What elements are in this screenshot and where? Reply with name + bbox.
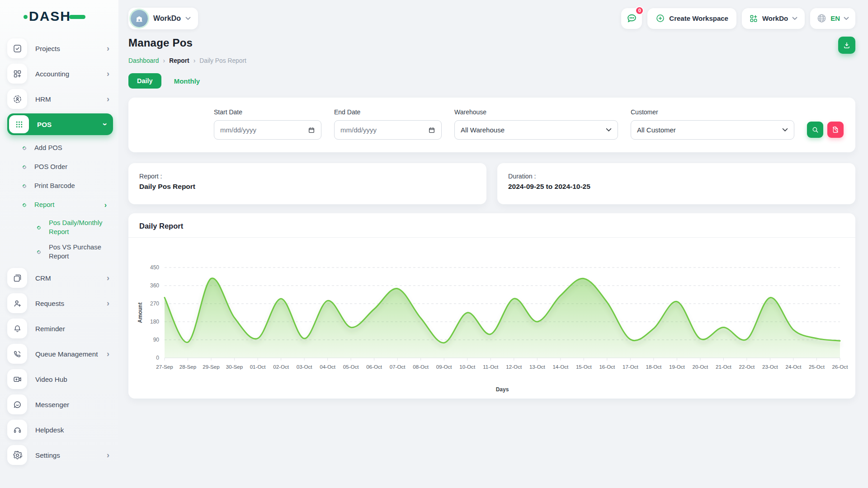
- phone-call-icon: [7, 344, 27, 364]
- customer-select[interactable]: All Customer: [631, 120, 794, 140]
- page-title: Manage Pos: [128, 37, 193, 49]
- svg-text:09-Oct: 09-Oct: [436, 364, 453, 370]
- headset-icon: [7, 420, 27, 440]
- sidebar-item-pos-order[interactable]: POS Order: [7, 158, 113, 177]
- tab-monthly[interactable]: Monthly: [174, 77, 200, 85]
- svg-text:Amount: Amount: [137, 302, 143, 323]
- workspace-menu-button[interactable]: WorkDo: [742, 8, 805, 29]
- sidebar-item-hrm[interactable]: HRM ›: [7, 88, 113, 110]
- svg-text:03-Oct: 03-Oct: [297, 364, 313, 370]
- start-date-label: Start Date: [214, 108, 321, 116]
- download-icon: [843, 41, 851, 49]
- report-label: Report :: [139, 173, 476, 180]
- sidebar-item-video-hub[interactable]: Video Hub: [7, 368, 113, 390]
- search-button[interactable]: [807, 122, 823, 138]
- sidebar-item-requests[interactable]: Requests ›: [7, 292, 113, 314]
- svg-text:29-Sep: 29-Sep: [203, 364, 219, 370]
- svg-text:10-Oct: 10-Oct: [459, 364, 476, 370]
- chart-header: Daily Report: [128, 213, 855, 238]
- bullet-ring-icon: [22, 145, 27, 150]
- chevron-right-icon: ›: [107, 274, 109, 282]
- warehouse-select[interactable]: All Warehouse: [454, 120, 618, 140]
- breadcrumb-dashboard[interactable]: Dashboard: [128, 57, 159, 64]
- main-area: WorkDo 0 Create Workspace WorkDo: [118, 0, 868, 488]
- breadcrumb-report[interactable]: Report: [169, 57, 189, 64]
- svg-text:30-Sep: 30-Sep: [226, 364, 243, 370]
- chevron-right-icon: ›: [104, 202, 107, 209]
- svg-text:06-Oct: 06-Oct: [366, 364, 382, 370]
- svg-text:23-Oct: 23-Oct: [762, 364, 778, 370]
- chevron-down-icon: ›: [101, 123, 109, 126]
- svg-text:360: 360: [150, 282, 159, 289]
- sidebar-item-accounting[interactable]: Accounting ›: [7, 63, 113, 84]
- svg-text:25-Oct: 25-Oct: [809, 364, 825, 370]
- sidebar-item-crm[interactable]: CRM ›: [7, 267, 113, 289]
- warehouse-label: Warehouse: [454, 108, 618, 116]
- chevron-right-icon: ›: [163, 57, 165, 64]
- sidebar-item-settings[interactable]: Settings ›: [7, 444, 113, 466]
- chevron-down-icon: [782, 128, 788, 132]
- customer-group: Customer All Customer: [631, 108, 794, 140]
- svg-text:21-Oct: 21-Oct: [716, 364, 732, 370]
- workspace-switcher[interactable]: WorkDo: [128, 8, 198, 29]
- calendar-icon: [308, 127, 315, 134]
- sidebar-item-add-pos[interactable]: Add POS: [7, 139, 113, 158]
- messages-button[interactable]: 0: [621, 8, 642, 29]
- svg-text:05-Oct: 05-Oct: [343, 364, 359, 370]
- gear-icon: [7, 445, 27, 465]
- chat-bubble-icon: [7, 394, 27, 414]
- duration-label: Duration :: [508, 173, 844, 180]
- brand-logo[interactable]: DASH: [0, 0, 118, 32]
- svg-text:20-Oct: 20-Oct: [692, 364, 708, 370]
- user-plus-icon: [7, 293, 27, 313]
- search-icon: [811, 126, 819, 134]
- create-workspace-button[interactable]: Create Workspace: [647, 8, 736, 29]
- end-date-input[interactable]: mm/dd/yyyy: [334, 120, 442, 140]
- chevron-right-icon: ›: [107, 299, 109, 307]
- sidebar-item-queue-management[interactable]: Queue Management ›: [7, 343, 113, 365]
- svg-text:11-Oct: 11-Oct: [483, 364, 499, 370]
- calendar-icon: [428, 127, 435, 134]
- breadcrumb: Dashboard › Report › Daily Pos Report: [128, 57, 855, 64]
- plus-circle-icon: [656, 14, 665, 23]
- svg-text:14-Oct: 14-Oct: [552, 364, 569, 370]
- language-selector[interactable]: EN: [810, 8, 855, 29]
- sidebar-item-pos-daily-monthly-report[interactable]: Pos Daily/Monthly Report: [7, 216, 113, 239]
- checkbox-icon: [7, 38, 27, 58]
- sidebar-item-messenger[interactable]: Messenger: [7, 394, 113, 415]
- messages-badge: 0: [635, 6, 644, 15]
- sidebar-item-report[interactable]: Report ›: [7, 196, 113, 215]
- sidebar-item-pos-vs-purchase-report[interactable]: Pos VS Purchase Report: [7, 241, 113, 263]
- sidebar-item-helpdesk[interactable]: Helpdesk: [7, 419, 113, 441]
- svg-text:450: 450: [150, 264, 159, 271]
- svg-text:19-Oct: 19-Oct: [669, 364, 685, 370]
- browser-window-icon: [7, 268, 27, 288]
- report-tabs: Daily Monthly: [128, 73, 855, 89]
- daily-report-card: Daily Report 09018027036045027-Sep28-Sep…: [128, 213, 855, 399]
- chat-bubble-icon: [626, 13, 637, 24]
- bell-icon: [7, 319, 27, 338]
- svg-text:02-Oct: 02-Oct: [273, 364, 289, 370]
- start-date-group: Start Date mm/dd/yyyy: [214, 108, 321, 140]
- reset-filter-button[interactable]: [827, 122, 844, 138]
- content: Manage Pos Dashboard › Report › Daily Po…: [118, 32, 868, 399]
- sidebar-item-pos[interactable]: POS ›: [7, 113, 113, 135]
- topbar: WorkDo 0 Create Workspace WorkDo: [118, 0, 868, 32]
- chart-area: 09018027036045027-Sep28-Sep29-Sep30-Sep0…: [128, 238, 855, 399]
- tab-daily[interactable]: Daily: [128, 73, 161, 89]
- grid-plus-icon: [749, 14, 758, 23]
- sidebar-item-projects[interactable]: Projects ›: [7, 38, 113, 59]
- start-date-input[interactable]: mm/dd/yyyy: [214, 120, 321, 140]
- download-button[interactable]: [838, 37, 855, 54]
- customer-label: Customer: [631, 108, 794, 116]
- sidebar-item-print-barcode[interactable]: Print Barcode: [7, 177, 113, 196]
- grid-plus-icon: [7, 64, 27, 84]
- chevron-right-icon: ›: [193, 57, 196, 64]
- sidebar-item-reminder[interactable]: Reminder: [7, 318, 113, 339]
- end-date-group: End Date mm/dd/yyyy: [334, 108, 442, 140]
- duration-summary-card: Duration : 2024-09-25 to 2024-10-25: [497, 163, 855, 204]
- chevron-right-icon: ›: [107, 95, 109, 103]
- logo-text: DASH: [29, 9, 71, 24]
- report-value: Daily Pos Report: [139, 183, 476, 191]
- breadcrumb-current: Daily Pos Report: [199, 57, 246, 64]
